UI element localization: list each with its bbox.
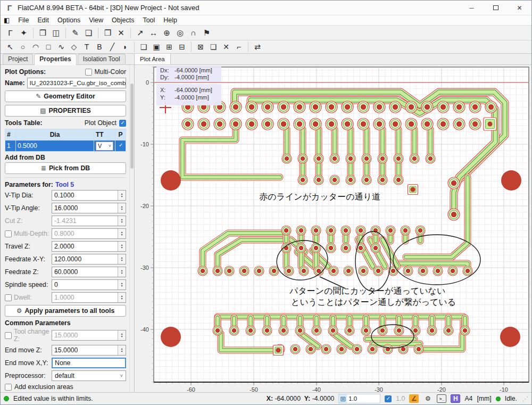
maximize-button[interactable] — [484, 1, 508, 15]
grid-x-input[interactable]: 1.0 — [347, 394, 380, 403]
panel-scrollbar[interactable] — [129, 65, 134, 392]
axis-toggle-icon[interactable]: ∠ — [409, 394, 419, 403]
plot-area-tab[interactable]: Plot Area — [135, 54, 171, 64]
hud-toggle-icon[interactable]: H — [451, 394, 460, 403]
pick-from-db-button[interactable]: ≣ Pick from DB — [5, 162, 126, 174]
tool-type-combo[interactable]: V˅ — [96, 142, 113, 151]
eraser-tool-icon[interactable]: ◗ — [119, 41, 131, 53]
tool-plot-checkbox[interactable] — [118, 142, 124, 148]
spin-buttons[interactable]: ▴▾ — [118, 242, 126, 251]
param-spinbox[interactable]: 15.0000▴▾ — [52, 345, 126, 356]
buffer-tool-icon[interactable]: B — [93, 41, 106, 53]
explode-tool-icon[interactable]: ▣ — [150, 41, 163, 53]
subtract-tool-icon[interactable]: ⊟ — [176, 41, 188, 53]
resize-grip[interactable]: ⋰ — [522, 395, 528, 402]
param-spinbox[interactable]: 0.1000▴▾ — [52, 190, 126, 201]
new-project-icon[interactable]: ✦ — [17, 27, 30, 39]
snap-origin-tool-icon[interactable]: ⌐ — [232, 41, 245, 53]
app-logo-icon: Γ — [5, 4, 14, 12]
goto-origin-icon[interactable]: ◎ — [173, 27, 187, 39]
spin-buttons[interactable]: ▴▾ — [118, 229, 126, 238]
delete-object-icon[interactable]: ✕ — [114, 27, 128, 39]
copy-object-icon[interactable]: ❐ — [101, 27, 114, 39]
param-checkbox[interactable] — [5, 230, 12, 237]
spin-buttons[interactable]: ▴▾ — [118, 330, 126, 340]
spin-buttons[interactable]: ▴▾ — [118, 216, 126, 226]
shell-icon[interactable]: >_ — [437, 394, 446, 403]
spin-buttons[interactable]: ▴▾ — [118, 267, 126, 277]
save-project-icon[interactable]: ◫ — [49, 27, 63, 39]
param-spinbox[interactable]: 16.0000▴▾ — [52, 203, 126, 213]
param-spinbox[interactable]: 1.0000▴▾ — [52, 292, 126, 303]
param-spinbox[interactable]: 2.0000▴▾ — [52, 241, 126, 252]
path-tool-icon[interactable]: ∿ — [55, 41, 68, 53]
menu-tool[interactable]: Tool — [138, 16, 159, 24]
move-tool-icon[interactable]: ⇄ — [251, 41, 264, 53]
plot-canvas[interactable]: 赤のラインがカッターの通り道パターンの間にカッターが通っていないということはパタ… — [135, 65, 532, 393]
paint-tool-icon[interactable]: ╱ — [106, 41, 119, 53]
param-checkbox[interactable] — [5, 294, 12, 301]
spin-buttons[interactable]: ▴▾ — [118, 191, 126, 200]
name-input[interactable]: IU_20231023-F_Cu.gbr_iso_combined — [27, 78, 126, 88]
tab-properties[interactable]: Properties — [34, 54, 76, 65]
geometry-editor-button[interactable]: ✎ Geometry Editor — [5, 90, 126, 102]
copy-shape-tool-icon[interactable]: ❏ — [207, 41, 220, 53]
param-checkbox[interactable] — [5, 332, 12, 339]
select-tool-icon[interactable]: ↖ — [4, 41, 16, 53]
replot-icon[interactable]: ↗ — [134, 27, 147, 39]
mdi-restore-icon[interactable]: ◧ — [4, 16, 10, 24]
arc-tool-icon[interactable]: ◠ — [29, 41, 42, 53]
measure-distance-icon[interactable]: ↔ — [147, 27, 160, 39]
grid-snap-icon[interactable]: ⊞ — [339, 395, 347, 403]
tab-project[interactable]: Project — [3, 54, 33, 64]
spin-buttons[interactable]: ▴▾ — [118, 280, 126, 290]
menu-file[interactable]: File — [14, 16, 33, 24]
set-origin-icon[interactable]: ⊕ — [160, 27, 173, 39]
locate-on-map-icon[interactable]: ⚑ — [200, 27, 213, 39]
param-combo[interactable]: default˅ — [52, 370, 126, 381]
intersection-tool-icon[interactable]: ⊞ — [163, 41, 176, 53]
open-project-icon[interactable]: ❒ — [36, 27, 49, 39]
spin-buttons[interactable]: ▴▾ — [118, 293, 126, 302]
text-tool-icon[interactable]: T — [80, 41, 93, 53]
apply-all-tools-button[interactable]: ⚙ Apply parameters to all tools — [5, 305, 126, 317]
param-checkbox[interactable] — [5, 384, 12, 391]
spin-buttons[interactable]: ▴▾ — [118, 345, 126, 355]
menu-help[interactable]: Help — [159, 16, 181, 24]
minimize-button[interactable]: ─ — [460, 1, 484, 15]
tools-table-row[interactable]: 1 0.5000 V˅ — [5, 140, 126, 152]
spin-buttons[interactable]: ▴▾ — [118, 203, 126, 213]
y-label: Y: — [160, 94, 165, 101]
param-entry[interactable]: None — [52, 358, 126, 368]
menu-edit[interactable]: Edit — [34, 16, 54, 24]
param-spinbox[interactable]: 15.0000▴▾ — [52, 330, 126, 341]
preferences-gear-icon[interactable]: ⚙ — [423, 394, 433, 403]
save-object-icon[interactable]: ❏ — [82, 27, 95, 39]
union-tool-icon[interactable]: ❑ — [137, 41, 150, 53]
y-tick-label: -30 — [140, 265, 149, 271]
menu-view[interactable]: View — [85, 16, 107, 24]
param-spinbox[interactable]: -1.4231▴▾ — [52, 216, 126, 226]
edit-geometry-icon[interactable]: ✎ — [69, 27, 82, 39]
menu-options[interactable]: Options — [53, 16, 85, 24]
menu-objects[interactable]: Objects — [107, 16, 138, 24]
properties-button[interactable]: ▤ PROPERTIES — [5, 105, 126, 117]
feature-snap-icon[interactable]: ∩ — [187, 27, 200, 39]
grid-link-checkbox[interactable] — [385, 395, 392, 402]
param-spinbox[interactable]: 0▴▾ — [52, 279, 126, 290]
circle-tool-icon[interactable]: ○ — [16, 41, 29, 53]
param-spinbox[interactable]: 120.0000▴▾ — [52, 254, 126, 265]
close-button[interactable]: ✕ — [508, 1, 531, 15]
delete-shape-tool-icon[interactable]: ✕ — [220, 41, 232, 53]
rectangle-tool-icon[interactable]: □ — [42, 41, 55, 53]
tab-isolation-tool[interactable]: Isolation Tool — [78, 54, 126, 64]
flatcam-logo-icon[interactable]: Γ — [4, 27, 17, 39]
param-spinbox[interactable]: 0.8000▴▾ — [52, 228, 126, 239]
plot-object-checkbox[interactable] — [119, 120, 126, 127]
scrollbar-thumb[interactable] — [130, 84, 134, 169]
cutpath-tool-icon[interactable]: ⊠ — [194, 41, 207, 53]
spin-buttons[interactable]: ▴▾ — [118, 254, 126, 264]
param-spinbox[interactable]: 60.0000▴▾ — [52, 267, 126, 277]
polygon-tool-icon[interactable]: ◇ — [68, 41, 80, 53]
multicolor-checkbox[interactable] — [85, 69, 92, 76]
